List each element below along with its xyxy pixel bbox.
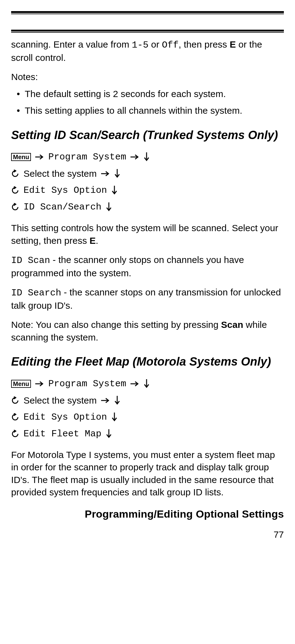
- text: This setting controls how the system wil…: [11, 223, 278, 246]
- arrow-right-icon: [130, 154, 139, 160]
- arrow-down-icon: [114, 169, 120, 178]
- nav-label: Program System: [48, 150, 126, 164]
- arrow-down-icon: [114, 396, 120, 405]
- nav-row: Edit Sys Option: [11, 183, 284, 198]
- text: or: [148, 39, 162, 49]
- nav-label: Select the system: [24, 166, 97, 181]
- mid-rule-group: [11, 30, 284, 33]
- scroll-icon: [11, 413, 19, 421]
- page: scanning. Enter a value from 1-5 or Off,…: [0, 0, 295, 549]
- top-rule-group: [11, 11, 284, 14]
- list-item: The default setting is 2 seconds for eac…: [11, 88, 284, 100]
- body-paragraph: This setting controls how the system wil…: [11, 222, 284, 247]
- nav-label: ID Scan/Search: [24, 200, 101, 214]
- arrow-right-icon: [35, 381, 44, 387]
- section-heading-id-scan: Setting ID Scan/Search (Trunked Systems …: [11, 128, 284, 142]
- menu-key: Menu: [11, 153, 31, 161]
- key-scan: Scan: [221, 320, 243, 330]
- arrow-down-icon: [106, 429, 112, 439]
- nav-label: Edit Sys Option: [24, 410, 107, 425]
- notes-list: The default setting is 2 seconds for eac…: [11, 88, 284, 117]
- menu-key: Menu: [11, 380, 31, 388]
- nav-row: Edit Fleet Map: [11, 426, 284, 441]
- arrow-down-icon: [106, 202, 112, 212]
- scroll-icon: [11, 170, 19, 178]
- nav-row: Menu Program System: [11, 150, 284, 164]
- nav-row: Select the system: [11, 393, 284, 408]
- scroll-icon: [11, 186, 19, 194]
- term: ID Search: [11, 288, 61, 298]
- nav-label: Edit Sys Option: [24, 183, 107, 198]
- body-paragraph: ID Search - the scanner stops on any tra…: [11, 286, 284, 312]
- nav-label: Edit Fleet Map: [24, 426, 101, 441]
- rule-thick: [11, 30, 284, 32]
- nav-row: ID Scan/Search: [11, 200, 284, 214]
- arrow-right-icon: [35, 154, 44, 160]
- key-e: E: [230, 39, 236, 49]
- nav-label: Select the system: [24, 393, 97, 408]
- value-range: 1-5: [132, 40, 148, 50]
- arrow-down-icon: [143, 152, 150, 162]
- value-off: Off: [162, 40, 179, 50]
- arrow-down-icon: [111, 186, 118, 195]
- arrow-down-icon: [143, 379, 150, 388]
- text: , then press: [179, 39, 230, 49]
- rule-thick: [11, 11, 284, 13]
- rule-thin: [11, 32, 284, 33]
- body-paragraph: For Motorola Type I systems, you must en…: [11, 449, 284, 499]
- term: ID Scan: [11, 255, 50, 266]
- text: scanning. Enter a value from: [11, 39, 132, 49]
- arrow-right-icon: [101, 397, 110, 404]
- rule-thin: [11, 14, 284, 14]
- body-paragraph: ID Scan - the scanner only stops on chan…: [11, 254, 284, 279]
- nav-row: Select the system: [11, 166, 284, 181]
- nav-sequence: Menu Program System Select the system: [11, 150, 284, 214]
- scroll-icon: [11, 203, 19, 211]
- arrow-right-icon: [101, 171, 110, 177]
- footer-heading: Programming/Editing Optional Settings: [11, 508, 284, 520]
- arrow-down-icon: [111, 413, 118, 422]
- nav-sequence: Menu Program System Select the system: [11, 376, 284, 441]
- scroll-icon: [11, 396, 19, 405]
- list-item: This setting applies to all channels wit…: [11, 104, 284, 117]
- nav-row: Menu Program System: [11, 376, 284, 391]
- nav-row: Edit Sys Option: [11, 410, 284, 425]
- nav-label: Program System: [48, 376, 126, 391]
- page-number: 77: [11, 529, 284, 540]
- key-e: E: [89, 235, 96, 246]
- arrow-right-icon: [130, 381, 139, 387]
- section-heading-fleet-map: Editing the Fleet Map (Motorola Systems …: [11, 355, 284, 369]
- text: Note: You can also change this setting b…: [11, 320, 221, 330]
- scroll-icon: [11, 430, 19, 438]
- intro-paragraph: scanning. Enter a value from 1-5 or Off,…: [11, 38, 284, 64]
- body-paragraph: Note: You can also change this setting b…: [11, 319, 284, 344]
- text: .: [96, 235, 98, 246]
- notes-label: Notes:: [11, 71, 284, 83]
